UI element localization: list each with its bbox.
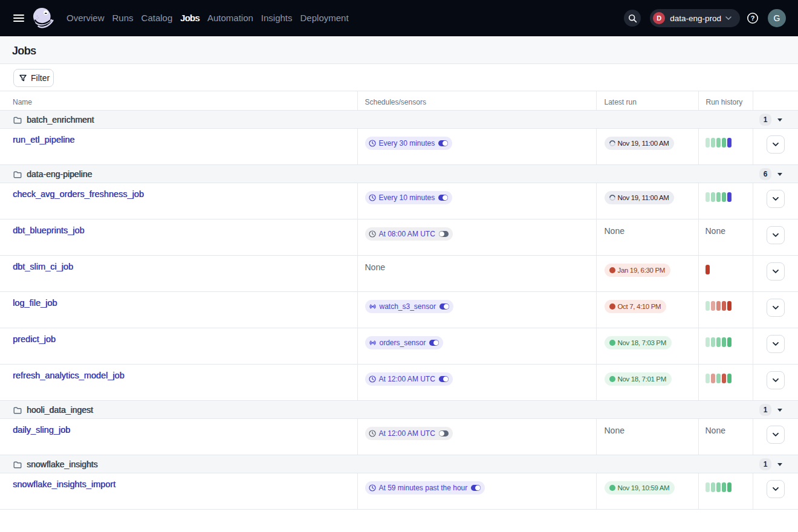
svg-text:?: ?	[751, 15, 755, 22]
